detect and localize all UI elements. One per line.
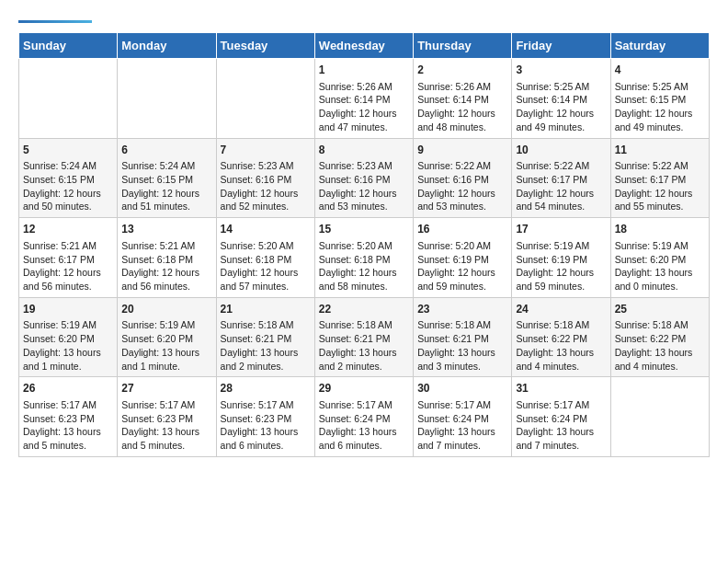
weekday-header-sunday: Sunday <box>19 33 118 59</box>
sunrise-text: Sunrise: 5:19 AM <box>121 319 195 330</box>
day-number: 24 <box>516 302 606 317</box>
sunrise-text: Sunrise: 5:17 AM <box>121 399 195 410</box>
day-number: 16 <box>417 222 507 237</box>
daylight-text: Daylight: 13 hours and 2 minutes. <box>221 347 299 372</box>
day-number: 22 <box>319 302 409 317</box>
sunrise-text: Sunrise: 5:26 AM <box>417 81 491 92</box>
sunset-text: Sunset: 6:15 PM <box>615 94 687 105</box>
calendar-cell: 16Sunrise: 5:20 AMSunset: 6:19 PMDayligh… <box>414 218 512 298</box>
calendar-cell <box>216 59 314 139</box>
calendar-cell: 22Sunrise: 5:18 AMSunset: 6:21 PMDayligh… <box>314 297 413 377</box>
calendar-cell: 31Sunrise: 5:17 AMSunset: 6:24 PMDayligh… <box>512 377 610 457</box>
sunset-text: Sunset: 6:18 PM <box>319 254 391 265</box>
sunrise-text: Sunrise: 5:20 AM <box>417 240 491 251</box>
sunrise-text: Sunrise: 5:20 AM <box>221 240 294 251</box>
sunset-text: Sunset: 6:18 PM <box>121 254 193 265</box>
daylight-text: Daylight: 12 hours and 59 minutes. <box>417 267 495 292</box>
day-number: 30 <box>417 381 507 396</box>
week-row-4: 19Sunrise: 5:19 AMSunset: 6:20 PMDayligh… <box>19 297 710 377</box>
calendar-cell: 18Sunrise: 5:19 AMSunset: 6:20 PMDayligh… <box>610 218 709 298</box>
day-number: 31 <box>516 381 606 396</box>
sunset-text: Sunset: 6:24 PM <box>417 413 489 424</box>
sunrise-text: Sunrise: 5:17 AM <box>319 399 392 410</box>
calendar-body: 1Sunrise: 5:26 AMSunset: 6:14 PMDaylight… <box>19 59 710 457</box>
daylight-text: Daylight: 12 hours and 53 minutes. <box>319 188 397 213</box>
sunrise-text: Sunrise: 5:18 AM <box>319 319 392 330</box>
calendar-cell: 10Sunrise: 5:22 AMSunset: 6:17 PMDayligh… <box>512 138 610 218</box>
sunrise-text: Sunrise: 5:25 AM <box>615 81 688 92</box>
sunrise-text: Sunrise: 5:17 AM <box>417 399 491 410</box>
sunset-text: Sunset: 6:15 PM <box>23 174 95 185</box>
sunset-text: Sunset: 6:14 PM <box>516 94 587 105</box>
daylight-text: Daylight: 12 hours and 47 minutes. <box>319 108 397 132</box>
day-number: 4 <box>615 63 705 78</box>
sunset-text: Sunset: 6:21 PM <box>417 333 489 344</box>
sunset-text: Sunset: 6:24 PM <box>516 413 587 424</box>
sunrise-text: Sunrise: 5:22 AM <box>417 160 491 171</box>
sunset-text: Sunset: 6:14 PM <box>319 94 391 105</box>
sunrise-text: Sunrise: 5:18 AM <box>417 319 491 330</box>
sunset-text: Sunset: 6:20 PM <box>615 254 687 265</box>
calendar-cell <box>610 377 709 457</box>
sunset-text: Sunset: 6:20 PM <box>23 333 95 344</box>
daylight-text: Daylight: 12 hours and 54 minutes. <box>516 188 594 213</box>
day-number: 11 <box>615 143 705 158</box>
sunset-text: Sunset: 6:20 PM <box>121 333 193 344</box>
daylight-text: Daylight: 12 hours and 52 minutes. <box>221 188 299 213</box>
daylight-text: Daylight: 12 hours and 56 minutes. <box>121 267 199 292</box>
day-number: 1 <box>319 63 409 78</box>
weekday-header-friday: Friday <box>512 33 610 59</box>
calendar-cell: 19Sunrise: 5:19 AMSunset: 6:20 PMDayligh… <box>19 297 118 377</box>
calendar-cell <box>19 59 118 139</box>
sunrise-text: Sunrise: 5:17 AM <box>221 399 294 410</box>
calendar-cell: 15Sunrise: 5:20 AMSunset: 6:18 PMDayligh… <box>314 218 413 298</box>
daylight-text: Daylight: 13 hours and 3 minutes. <box>417 347 495 372</box>
sunrise-text: Sunrise: 5:23 AM <box>319 160 392 171</box>
calendar-cell: 21Sunrise: 5:18 AMSunset: 6:21 PMDayligh… <box>216 297 314 377</box>
daylight-text: Daylight: 13 hours and 6 minutes. <box>319 426 397 451</box>
calendar-cell: 23Sunrise: 5:18 AMSunset: 6:21 PMDayligh… <box>414 297 512 377</box>
day-number: 14 <box>221 222 311 237</box>
daylight-text: Daylight: 12 hours and 55 minutes. <box>615 188 693 213</box>
daylight-text: Daylight: 12 hours and 56 minutes. <box>23 267 101 292</box>
calendar-cell: 26Sunrise: 5:17 AMSunset: 6:23 PMDayligh… <box>19 377 118 457</box>
weekday-header-thursday: Thursday <box>414 33 512 59</box>
calendar-cell: 6Sunrise: 5:24 AMSunset: 6:15 PMDaylight… <box>118 138 216 218</box>
daylight-text: Daylight: 12 hours and 50 minutes. <box>23 188 101 213</box>
sunset-text: Sunset: 6:17 PM <box>23 254 95 265</box>
sunset-text: Sunset: 6:23 PM <box>221 413 292 424</box>
day-number: 17 <box>516 222 606 237</box>
calendar-cell: 17Sunrise: 5:19 AMSunset: 6:19 PMDayligh… <box>512 218 610 298</box>
day-number: 7 <box>221 143 311 158</box>
sunrise-text: Sunrise: 5:19 AM <box>23 319 97 330</box>
weekday-header-wednesday: Wednesday <box>314 33 413 59</box>
sunset-text: Sunset: 6:24 PM <box>319 413 391 424</box>
day-number: 6 <box>121 143 211 158</box>
sunrise-text: Sunrise: 5:24 AM <box>23 160 97 171</box>
calendar-cell: 7Sunrise: 5:23 AMSunset: 6:16 PMDaylight… <box>216 138 314 218</box>
calendar-cell: 29Sunrise: 5:17 AMSunset: 6:24 PMDayligh… <box>314 377 413 457</box>
sunset-text: Sunset: 6:17 PM <box>516 174 587 185</box>
sunrise-text: Sunrise: 5:22 AM <box>516 160 589 171</box>
sunset-text: Sunset: 6:15 PM <box>121 174 193 185</box>
sunrise-text: Sunrise: 5:17 AM <box>23 399 97 410</box>
sunrise-text: Sunrise: 5:19 AM <box>615 240 688 251</box>
sunrise-text: Sunrise: 5:19 AM <box>516 240 589 251</box>
calendar-cell: 11Sunrise: 5:22 AMSunset: 6:17 PMDayligh… <box>610 138 709 218</box>
sunrise-text: Sunrise: 5:21 AM <box>121 240 195 251</box>
calendar-cell <box>118 59 216 139</box>
sunset-text: Sunset: 6:22 PM <box>516 333 587 344</box>
calendar-cell: 1Sunrise: 5:26 AMSunset: 6:14 PMDaylight… <box>314 59 413 139</box>
page-header <box>18 18 710 23</box>
sunrise-text: Sunrise: 5:18 AM <box>221 319 294 330</box>
calendar-cell: 13Sunrise: 5:21 AMSunset: 6:18 PMDayligh… <box>118 218 216 298</box>
calendar-cell: 30Sunrise: 5:17 AMSunset: 6:24 PMDayligh… <box>414 377 512 457</box>
daylight-text: Daylight: 13 hours and 5 minutes. <box>23 426 101 451</box>
weekday-header-tuesday: Tuesday <box>216 33 314 59</box>
calendar-cell: 14Sunrise: 5:20 AMSunset: 6:18 PMDayligh… <box>216 218 314 298</box>
week-row-2: 5Sunrise: 5:24 AMSunset: 6:15 PMDaylight… <box>19 138 710 218</box>
daylight-text: Daylight: 12 hours and 57 minutes. <box>221 267 299 292</box>
calendar-cell: 9Sunrise: 5:22 AMSunset: 6:16 PMDaylight… <box>414 138 512 218</box>
sunset-text: Sunset: 6:21 PM <box>319 333 391 344</box>
calendar-table: SundayMondayTuesdayWednesdayThursdayFrid… <box>18 32 710 457</box>
